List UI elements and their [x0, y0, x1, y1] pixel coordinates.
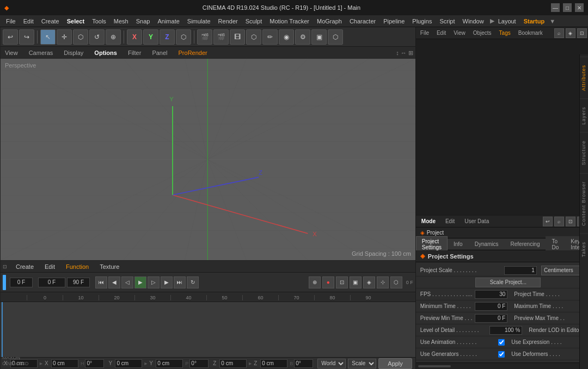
anim-menu-edit[interactable]: Edit	[42, 262, 57, 271]
obj-filter-btn[interactable]: ◈	[566, 28, 575, 38]
attr-hscroll[interactable]	[418, 365, 451, 367]
tb-mat[interactable]: ◉	[279, 29, 294, 45]
obj-manager-body[interactable]	[416, 39, 588, 215]
tb-render1[interactable]: ⬡	[246, 29, 261, 45]
subtab-info[interactable]: Info	[448, 239, 469, 249]
tb-disp1[interactable]: ▣	[311, 29, 327, 45]
vp-tab-display[interactable]: Display	[62, 48, 85, 57]
viewport[interactable]: X Z Y Perspective Grid Spacing : 100 cm	[1, 59, 415, 260]
coord-y-pos[interactable]	[115, 359, 142, 368]
fps-input[interactable]	[475, 290, 507, 299]
tb-z[interactable]: Z	[160, 29, 175, 45]
apply-button[interactable]: Apply	[378, 358, 412, 369]
preview-min-input[interactable]	[475, 314, 507, 323]
transport-goto-start[interactable]: ⏮	[95, 276, 107, 288]
project-scale-input[interactable]	[504, 266, 537, 275]
attr-tab-userdata[interactable]: User Data	[461, 217, 492, 225]
use-gen-checkbox[interactable]	[498, 351, 505, 358]
attr-search-btn[interactable]: ⌕	[554, 217, 564, 226]
tb-cursor[interactable]: ↖	[40, 29, 56, 45]
timeline-body[interactable]	[1, 302, 415, 357]
maximize-button[interactable]: □	[563, 3, 572, 12]
tb-redo[interactable]: ↪	[19, 29, 34, 45]
menu-window[interactable]: Window	[459, 17, 488, 26]
tb-rotate[interactable]: ⬡	[73, 29, 88, 45]
subtab-referencing[interactable]: Referencing	[505, 239, 546, 249]
menu-file[interactable]: File	[2, 17, 20, 26]
coord-b[interactable]	[294, 359, 313, 368]
use-anim-checkbox[interactable]	[498, 339, 505, 346]
tb-move[interactable]: ✛	[57, 29, 72, 45]
menu-edit[interactable]: Edit	[20, 17, 38, 26]
auto-key[interactable]: ⊡	[336, 276, 348, 288]
rside-attributes[interactable]: Attributes	[580, 57, 589, 99]
tb-disp2[interactable]: ⬡	[328, 29, 343, 45]
frame-end-input[interactable]	[67, 278, 90, 287]
coord-z-pos[interactable]	[219, 359, 247, 368]
subtab-dynamics[interactable]: Dynamics	[469, 239, 505, 249]
menu-select[interactable]: Select	[63, 17, 88, 26]
anim-menu-create[interactable]: Create	[14, 262, 36, 271]
menu-character[interactable]: Character	[346, 17, 379, 26]
tb-y[interactable]: Y	[143, 29, 158, 45]
obj-tb-file[interactable]: File	[418, 29, 431, 37]
obj-tb-objects[interactable]: Objects	[471, 29, 494, 37]
obj-search-btn[interactable]: ⌕	[554, 28, 564, 38]
transport-goto-end[interactable]: ⏭	[174, 276, 186, 288]
menu-sculpt[interactable]: Sculpt	[242, 17, 266, 26]
menu-layout[interactable]: Layout	[494, 17, 520, 26]
scale-dropdown[interactable]: Scale	[348, 359, 376, 368]
vp-tab-filter[interactable]: Filter	[126, 48, 143, 57]
menu-snap[interactable]: Snap	[132, 17, 154, 26]
motion-record[interactable]: ▣	[350, 276, 362, 288]
anim-menu-function[interactable]: Function	[64, 262, 91, 271]
vp-tab-options[interactable]: Options	[92, 48, 119, 57]
tb-gear[interactable]: ⚙	[295, 29, 310, 45]
coord-p[interactable]	[189, 359, 209, 368]
obj-config-btn[interactable]: ⊡	[577, 28, 587, 38]
menu-pipeline[interactable]: Pipeline	[379, 17, 408, 26]
transport-next-frame[interactable]: ▶	[161, 276, 173, 288]
tb-transform[interactable]: ⊕	[106, 29, 121, 45]
subtab-project-settings[interactable]: Project Settings	[416, 236, 448, 253]
menu-create[interactable]: Create	[38, 17, 63, 26]
obj-tb-bookmark[interactable]: Bookmark	[516, 29, 545, 37]
menu-startup[interactable]: Startup	[520, 17, 549, 26]
attr-undo-btn[interactable]: ↩	[543, 217, 553, 226]
lod-input[interactable]	[489, 326, 522, 335]
world-dropdown[interactable]: World Local	[317, 359, 346, 368]
menu-motion-tracker[interactable]: Motion Tracker	[266, 17, 313, 26]
menu-animate[interactable]: Animate	[154, 17, 183, 26]
coord-x-size[interactable]	[51, 359, 78, 368]
scale-project-btn[interactable]: Scale Project...	[475, 278, 541, 287]
next-marker[interactable]: ⊹	[377, 276, 389, 288]
transport-next-key[interactable]: ▷	[148, 276, 160, 288]
frame-current-input[interactable]	[38, 278, 65, 287]
vp-tab-view[interactable]: View	[3, 48, 20, 57]
obj-tb-tags[interactable]: Tags	[497, 29, 513, 37]
timeline-settings[interactable]: ⬡	[390, 276, 402, 288]
attr-lock-btn[interactable]: ⊡	[566, 217, 575, 226]
menu-script[interactable]: Script	[436, 17, 458, 26]
rside-content-browser[interactable]: Content Browser	[580, 173, 589, 233]
tb-strip[interactable]: 🎞	[230, 29, 245, 45]
menu-mesh[interactable]: Mesh	[110, 17, 132, 26]
menu-simulate[interactable]: Simulate	[183, 17, 215, 26]
anim-menu-texture[interactable]: Texture	[97, 262, 121, 271]
transport-play[interactable]: ▶	[134, 276, 146, 288]
transport-prev-key[interactable]: ◁	[121, 276, 133, 288]
tb-undo[interactable]: ↩	[3, 29, 18, 45]
keyframe-add[interactable]: ⊕	[309, 276, 321, 288]
menu-tools[interactable]: Tools	[88, 17, 110, 26]
tb-scale[interactable]: ↺	[89, 29, 105, 45]
keyframe-record[interactable]: ●	[322, 276, 334, 288]
rside-layers[interactable]: Layers	[580, 99, 589, 132]
min-time-input[interactable]	[475, 302, 507, 311]
vp-tab-panel[interactable]: Panel	[150, 48, 169, 57]
vp-tab-cameras[interactable]: Cameras	[27, 48, 56, 57]
tb-film2[interactable]: 🎬	[213, 29, 229, 45]
menu-mograph[interactable]: MoGraph	[313, 17, 346, 26]
coord-z-size[interactable]	[260, 359, 287, 368]
attr-tab-mode[interactable]: Mode	[418, 217, 439, 225]
coord-y-size[interactable]	[156, 359, 183, 368]
